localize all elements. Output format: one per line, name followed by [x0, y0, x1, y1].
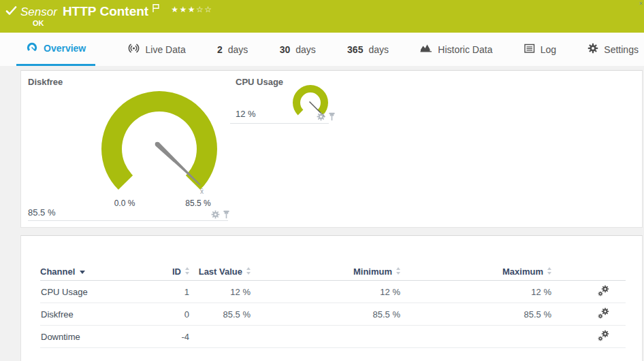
- column-header-channel-label: Channel: [40, 267, 75, 277]
- column-header-id[interactable]: ID: [149, 236, 190, 281]
- diskfree-scale-max: 85.5 %: [178, 199, 219, 208]
- sort-caret-down-icon: [80, 271, 85, 274]
- tab-30-days[interactable]: 30 days: [280, 33, 316, 66]
- tab-historic-data-label: Historic Data: [438, 44, 492, 55]
- status-check-icon: [5, 6, 17, 18]
- table-header-row: Channel ID Last Value Minimum Maximum: [40, 236, 626, 281]
- object-kind-label: Sensor: [20, 5, 57, 19]
- overview-content: Diskfree x̄ 0.0 % 85.5 % 85.5 %: [0, 66, 644, 361]
- tab-365-days-label: days: [368, 44, 389, 55]
- tab-bar: Overview Live Data 2 days 30 days 365: [0, 33, 644, 66]
- tab-365-days-number: 365: [347, 44, 363, 55]
- sort-arrows-icon: [185, 267, 190, 275]
- gauge-icon: [26, 41, 38, 56]
- table-row: Diskfree 0 85.5 % 85.5 % 85.5 %: [40, 303, 626, 326]
- tab-log[interactable]: Log: [524, 33, 556, 66]
- priority-stars[interactable]: ★★★☆☆: [171, 5, 212, 14]
- diskfree-scale-min: 0.0 %: [106, 199, 144, 208]
- table-row: Downtime -4: [40, 326, 626, 348]
- mean-marker: x̄: [200, 188, 204, 195]
- channel-maximum: [401, 326, 552, 348]
- sensor-name: HTTP Content: [63, 4, 148, 19]
- tab-overview-label: Overview: [44, 43, 86, 54]
- gauge-settings-gear-icon[interactable]: [211, 210, 220, 219]
- sort-arrows-icon: [396, 267, 401, 275]
- diskfree-gauge-toolbar: [211, 210, 230, 219]
- column-header-maximum[interactable]: Maximum: [401, 236, 552, 281]
- channel-name: CPU Usage: [40, 281, 149, 303]
- diskfree-cell-divider: [28, 220, 228, 221]
- tab-2-days-number: 2: [217, 44, 223, 55]
- tab-historic-data[interactable]: Historic Data: [420, 33, 492, 66]
- tab-settings-label: Settings: [604, 44, 639, 55]
- channel-name: Diskfree: [40, 303, 149, 326]
- tab-overview[interactable]: Overview: [16, 33, 95, 66]
- status-badge: OK: [33, 19, 44, 27]
- diskfree-current-value: 85.5 %: [28, 207, 55, 218]
- table-row: CPU Usage 1 12 % 12 % 12 %: [40, 281, 626, 303]
- priority-flag-icon[interactable]: [152, 3, 160, 16]
- tab-live-data-label: Live Data: [146, 44, 186, 55]
- cpu-cell-divider: [230, 123, 329, 124]
- tab-log-label: Log: [541, 44, 556, 55]
- column-header-tools: [552, 236, 626, 281]
- channel-minimum: 12 %: [251, 281, 401, 303]
- channel-last-value: [190, 326, 251, 348]
- channel-minimum: 85.5 %: [251, 303, 401, 326]
- channels-panel: Channel ID Last Value Minimum Maximum: [20, 235, 643, 361]
- channel-last-value: 12 %: [190, 281, 251, 303]
- tab-settings[interactable]: Settings: [587, 33, 639, 66]
- channel-last-value: 85.5 %: [190, 303, 251, 326]
- cpu-gauge-title: CPU Usage: [236, 77, 283, 87]
- channels-table: Channel ID Last Value Minimum Maximum: [40, 236, 626, 348]
- column-header-last-value-label: Last Value: [199, 267, 242, 277]
- channel-id: -4: [149, 326, 190, 348]
- channel-maximum: 85.5 %: [401, 303, 552, 326]
- tab-30-days-number: 30: [280, 44, 291, 55]
- gear-icon: [587, 43, 598, 56]
- channel-id: 0: [149, 303, 190, 326]
- column-header-channel[interactable]: Channel: [40, 236, 149, 281]
- sensor-status-header: Sensor HTTP Content ★★★☆☆ OK ×: [0, 0, 644, 33]
- channel-id: 1: [149, 281, 190, 303]
- column-header-maximum-label: Maximum: [502, 267, 543, 277]
- column-header-last-value[interactable]: Last Value: [190, 236, 251, 281]
- column-header-minimum-label: Minimum: [353, 267, 392, 277]
- sensor-overview-page: Sensor HTTP Content ★★★☆☆ OK × Overview: [0, 0, 644, 361]
- gauge-settings-gear-icon[interactable]: [317, 112, 325, 121]
- pin-icon[interactable]: [328, 112, 336, 121]
- cpu-current-value: 12 %: [236, 109, 256, 119]
- log-list-icon: [524, 44, 535, 56]
- tab-2-days-label: days: [228, 44, 248, 55]
- sort-arrows-icon: [246, 267, 251, 275]
- channel-settings-gears-icon[interactable]: [598, 307, 609, 319]
- channel-maximum: 12 %: [401, 281, 552, 303]
- channel-name: Downtime: [40, 326, 149, 348]
- sensor-title-row: Sensor HTTP Content ★★★☆☆: [20, 3, 212, 19]
- column-header-id-label: ID: [172, 267, 181, 277]
- diskfree-gauge-title: Diskfree: [28, 77, 63, 87]
- tab-live-data[interactable]: Live Data: [127, 33, 186, 66]
- tab-30-days-label: days: [295, 44, 316, 55]
- gauges-panel: Diskfree x̄ 0.0 % 85.5 % 85.5 %: [20, 70, 643, 228]
- column-header-minimum[interactable]: Minimum: [251, 236, 401, 281]
- channel-settings-gears-icon[interactable]: [598, 285, 609, 296]
- channel-settings-gears-icon[interactable]: [598, 330, 609, 341]
- tab-365-days[interactable]: 365 days: [347, 33, 389, 66]
- area-chart-icon: [420, 44, 432, 55]
- cpu-gauge-toolbar: [317, 112, 336, 121]
- channel-minimum: [251, 326, 401, 348]
- close-icon[interactable]: ×: [639, 0, 643, 7]
- tab-2-days[interactable]: 2 days: [217, 33, 248, 66]
- broadcast-icon: [127, 42, 140, 56]
- sort-arrows-icon: [547, 267, 552, 275]
- pin-icon[interactable]: [223, 210, 230, 219]
